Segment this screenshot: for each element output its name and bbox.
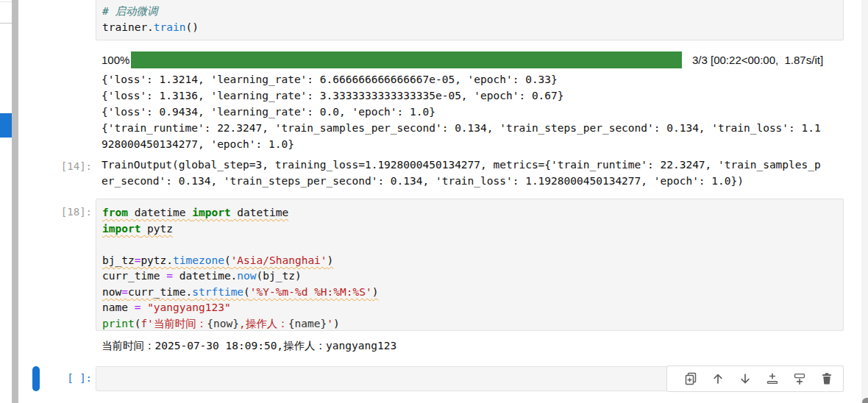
left-panel-selection[interactable] bbox=[0, 113, 12, 138]
print-output: 当前时间：2025-07-30 18:09:50,操作人：yangyang123 bbox=[102, 338, 824, 354]
move-up-button[interactable] bbox=[708, 368, 728, 389]
move-up-icon bbox=[711, 372, 725, 385]
insert-above-button[interactable] bbox=[762, 368, 783, 389]
cell-toolbar bbox=[666, 365, 844, 392]
code-cell-train-input[interactable]: # 启动微调trainer.train() bbox=[96, 0, 844, 40]
move-down-icon bbox=[739, 372, 752, 385]
progress-bar bbox=[131, 51, 682, 68]
vertical-scrollbar[interactable] bbox=[12, 0, 18, 403]
code-line: from datetime import datetime bbox=[102, 205, 837, 221]
code-line: trainer.train() bbox=[102, 19, 837, 35]
insert-above-icon bbox=[766, 372, 779, 385]
left-panel-divider bbox=[0, 23, 12, 24]
code-editor-datetime[interactable]: from datetime import datetimeimport pytz… bbox=[96, 199, 843, 338]
input-prompt-18: [18]: bbox=[43, 206, 92, 218]
code-line: import pytz bbox=[102, 221, 837, 238]
input-prompt-empty: [ ]: bbox=[43, 372, 92, 384]
left-panel-divider-top bbox=[0, 1, 12, 2]
scroll-corner-thumb[interactable] bbox=[862, 398, 868, 403]
insert-below-button[interactable] bbox=[789, 368, 810, 389]
code-line bbox=[102, 237, 837, 253]
progress-percent-label: 100% bbox=[102, 54, 131, 66]
move-down-button[interactable] bbox=[735, 368, 755, 389]
code-line: bj_tz=pytz.timezone('Asia/Shanghai') bbox=[102, 253, 837, 269]
output-prompt-14: [14]: bbox=[43, 160, 92, 172]
jupyter-notebook-view: # 启动微调trainer.train() 100% 3/3 [00:22<00… bbox=[0, 0, 868, 403]
tqdm-progress: 100% 3/3 [00:22<00:00, 1.87s/it] bbox=[102, 50, 823, 69]
code-line: # 启动微调 bbox=[102, 3, 837, 19]
left-panel-edge bbox=[0, 0, 12, 403]
delete-cell-icon bbox=[820, 372, 833, 385]
train-output-result: TrainOutput(global_step=3, training_loss… bbox=[102, 157, 824, 189]
code-cell-datetime-input[interactable]: from datetime import datetimeimport pytz… bbox=[96, 199, 844, 331]
duplicate-cell-button[interactable] bbox=[680, 368, 701, 389]
code-line: print(f'当前时间：{now},操作人：{name}') bbox=[102, 316, 837, 332]
code-editor-train[interactable]: # 启动微调trainer.train() bbox=[96, 0, 843, 39]
delete-cell-button[interactable] bbox=[817, 368, 837, 389]
progress-stats-label: 3/3 [00:22<00:00, 1.87s/it] bbox=[692, 54, 823, 66]
training-log-output: {'loss': 1.3214, 'learning_rate': 6.6666… bbox=[102, 71, 824, 152]
code-line: now=curr_time.strftime('%Y-%m-%d %H:%M:%… bbox=[102, 285, 837, 301]
active-cell-collapser[interactable] bbox=[32, 366, 40, 391]
duplicate-cell-icon bbox=[684, 372, 697, 385]
insert-below-icon bbox=[793, 372, 806, 385]
right-edge-strip bbox=[861, 0, 868, 403]
code-line: name = "yangyang123" bbox=[102, 300, 837, 316]
code-line: curr_time = datetime.now(bj_tz) bbox=[102, 268, 837, 285]
